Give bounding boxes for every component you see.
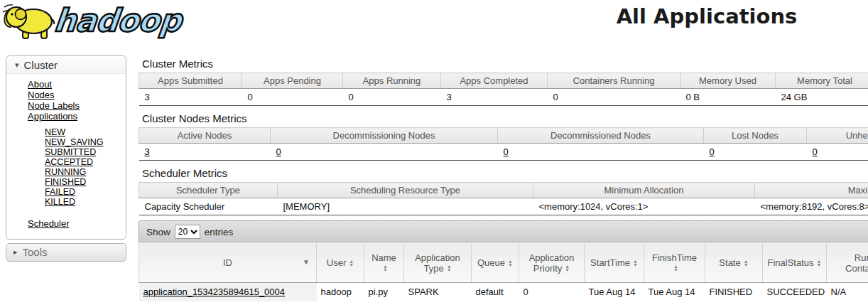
queue-cell: default: [472, 283, 519, 302]
col-apps-submitted: Apps Submitted: [139, 73, 242, 89]
col-state[interactable]: State▲▼: [705, 243, 763, 283]
chevron-right-icon: ▸: [13, 247, 18, 257]
hadoop-elephant-icon: [1, 0, 58, 41]
col-apps-completed: Apps Completed: [441, 73, 548, 89]
sort-icon: ▲▼: [673, 265, 678, 272]
sidebar-item-applications[interactable]: Applications: [28, 111, 126, 122]
page-size-select[interactable]: 20: [175, 225, 200, 239]
sidebar-item-new[interactable]: NEW: [45, 127, 126, 137]
col-application-type[interactable]: Application Type▲▼: [404, 243, 472, 283]
about-link[interactable]: About: [28, 79, 52, 90]
scheduler-metrics-heading: Scheduler Metrics: [142, 167, 868, 179]
lost-nodes-link[interactable]: 0: [710, 146, 715, 157]
finished-link[interactable]: FINISHED: [45, 177, 86, 187]
memory-used-value: 0 B: [680, 89, 776, 106]
accepted-link[interactable]: ACCEPTED: [45, 157, 93, 167]
sidebar-item-submitted[interactable]: SUBMITTED: [45, 147, 126, 157]
sidebar-tools-header[interactable]: ▸ Tools: [6, 243, 126, 262]
cluster-metrics-heading: Cluster Metrics: [142, 58, 868, 70]
col-maximum-allocation: Maximum Allocation: [755, 183, 868, 198]
finalstatus-cell: SUCCEEDED: [763, 283, 827, 302]
sidebar-item-killed[interactable]: KILLED: [45, 197, 126, 207]
col-decommissioning-nodes: Decommissioning Nodes: [271, 128, 498, 144]
sidebar-cluster-label: Cluster: [24, 59, 58, 71]
sidebar-item-finished[interactable]: FINISHED: [45, 177, 126, 187]
sidebar-item-new-saving[interactable]: NEW_SAVING: [45, 137, 126, 147]
node-labels-link[interactable]: Node Labels: [28, 100, 80, 111]
nodes-link[interactable]: Nodes: [28, 90, 55, 100]
col-starttime[interactable]: StartTime▲▼: [585, 243, 644, 283]
cluster-metrics-row: 3 0 0 3 0 0 B 24 GB: [139, 89, 868, 106]
col-decommissioned-nodes: Decommissioned Nodes: [498, 128, 704, 144]
unhealthy-nodes-link[interactable]: 0: [813, 146, 818, 157]
sidebar-cluster-header[interactable]: ▾ Cluster: [6, 56, 126, 74]
col-name[interactable]: Name▲▼: [364, 243, 404, 283]
sort-icon: ▲▼: [817, 260, 822, 267]
submitted-link[interactable]: SUBMITTED: [45, 147, 96, 157]
running-containers-cell: N/A: [827, 283, 868, 302]
sidebar-item-scheduler[interactable]: Scheduler: [28, 218, 126, 229]
entries-label: entries: [205, 227, 234, 237]
col-id[interactable]: ID ▼: [139, 243, 317, 283]
failed-link[interactable]: FAILED: [45, 187, 75, 197]
applications-link[interactable]: Applications: [28, 111, 77, 122]
sort-icon: ▲▼: [447, 265, 452, 272]
col-queue[interactable]: Queue▲▼: [472, 243, 519, 283]
decommissioning-nodes-link[interactable]: 0: [276, 146, 281, 157]
sidebar-item-running[interactable]: RUNNING: [45, 167, 126, 177]
sidebar-item-accepted[interactable]: ACCEPTED: [45, 157, 126, 167]
chevron-down-icon: ▾: [15, 60, 19, 70]
col-finishtime[interactable]: FinishTime▲▼: [644, 243, 705, 283]
col-memory-used: Memory Used: [680, 73, 776, 89]
finishtime-cell: Tue Aug 14: [644, 283, 705, 302]
cluster-nodes-metrics-heading: Cluster Nodes Metrics: [142, 112, 868, 124]
memory-total-value: 24 GB: [776, 89, 868, 106]
sidebar: ▾ Cluster About Nodes Node Labels Applic…: [6, 55, 126, 262]
col-apps-pending: Apps Pending: [242, 73, 343, 89]
cluster-metrics-table: Apps Submitted Apps Pending Apps Running…: [139, 73, 868, 106]
sidebar-cluster-section: ▾ Cluster About Nodes Node Labels Applic…: [6, 55, 126, 240]
applications-table: ID ▼ User▲▼ Name▲▼ Application Type▲▼ Qu…: [139, 242, 868, 301]
sidebar-item-nodes[interactable]: Nodes: [28, 90, 126, 100]
apps-running-value: 0: [343, 89, 441, 106]
show-label: Show: [146, 227, 170, 237]
new-saving-link[interactable]: NEW_SAVING: [45, 137, 103, 147]
sidebar-item-about[interactable]: About: [28, 79, 126, 90]
col-memory-total: Memory Total: [776, 73, 868, 89]
page-title: All Applications: [139, 4, 868, 28]
scheduling-resource-type-value: [MEMORY]: [278, 198, 533, 215]
col-running-containers[interactable]: Running Containers▲▼: [827, 243, 868, 283]
scheduler-link[interactable]: Scheduler: [28, 218, 70, 229]
col-lost-nodes: Lost Nodes: [704, 128, 807, 144]
col-user[interactable]: User▲▼: [317, 243, 364, 283]
sidebar-item-failed[interactable]: FAILED: [45, 187, 126, 197]
col-minimum-allocation: Minimum Allocation: [533, 183, 755, 198]
table-length-toolbar: Show 20 entries: [139, 220, 868, 242]
containers-running-value: 0: [548, 89, 680, 106]
maximum-allocation-value: <memory:8192, vCores:8>: [755, 198, 868, 215]
col-application-priority[interactable]: Application Priority▲▼: [519, 243, 585, 283]
priority-cell: 0: [519, 283, 585, 302]
decommissioned-nodes-link[interactable]: 0: [504, 146, 509, 157]
col-unhealthy-nodes: Unhealthy Nodes: [807, 128, 868, 144]
apps-completed-value: 3: [441, 89, 548, 106]
sidebar-tools-label: Tools: [23, 246, 48, 258]
sidebar-item-node-labels[interactable]: Node Labels: [28, 100, 126, 111]
sort-icon: ▲▼: [744, 260, 749, 267]
state-cell: FINISHED: [705, 283, 763, 302]
sort-desc-icon: ▼: [303, 258, 310, 266]
new-link[interactable]: NEW: [45, 127, 65, 137]
application-type-cell: SPARK: [404, 283, 472, 302]
killed-link[interactable]: KILLED: [45, 197, 75, 207]
scheduler-metrics-row: Capacity Scheduler [MEMORY] <memory:1024…: [139, 198, 868, 215]
col-apps-running: Apps Running: [343, 73, 441, 89]
starttime-cell: Tue Aug 14: [585, 283, 644, 302]
apps-pending-value: 0: [242, 89, 343, 106]
active-nodes-link[interactable]: 3: [145, 146, 150, 157]
col-finalstatus[interactable]: FinalStatus▲▼: [763, 243, 827, 283]
col-scheduling-resource-type: Scheduling Resource Type: [278, 183, 533, 198]
application-id-link[interactable]: application_1534235894615_0004: [143, 287, 286, 297]
main-content: Cluster Metrics Apps Submitted Apps Pend…: [139, 55, 868, 301]
running-link[interactable]: RUNNING: [45, 167, 86, 177]
sort-icon: ▲▼: [633, 260, 638, 267]
